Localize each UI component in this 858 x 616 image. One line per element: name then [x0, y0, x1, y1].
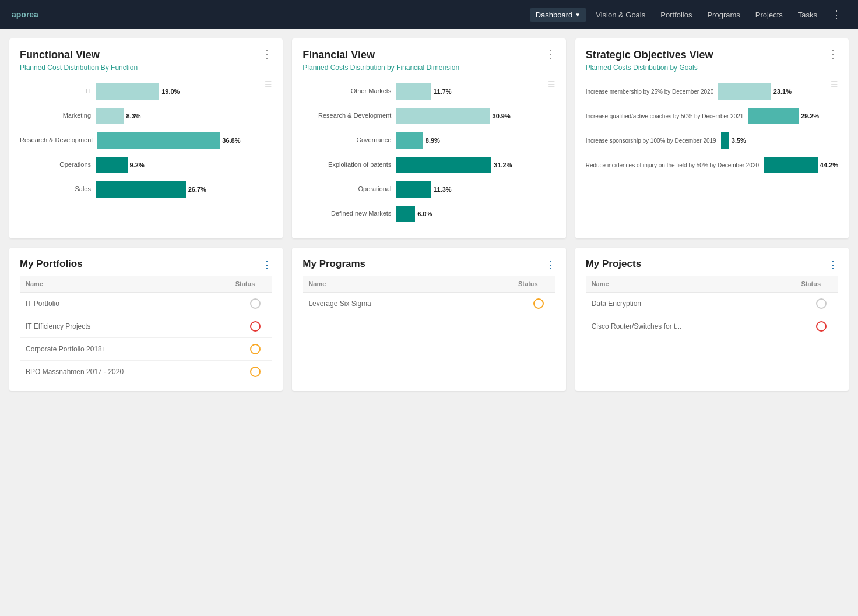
- status-icon-program-yellow: [533, 298, 544, 309]
- portfolio-status-1: [201, 315, 272, 338]
- my-programs-title: My Programs: [303, 258, 365, 270]
- bar-fill-operations: [96, 157, 128, 173]
- bar-fill-other-markets: [396, 83, 431, 100]
- portfolios-table: Name Status IT Portfolio IT Efficiency P…: [20, 276, 272, 383]
- bar-label-coaches: Increase qualified/active coaches by 50%…: [586, 112, 748, 120]
- app-logo: aporea: [12, 10, 38, 19]
- projects-col-status: Status: [764, 276, 838, 293]
- bar-track-other-markets: 11.7%: [396, 83, 555, 100]
- functional-view-menu[interactable]: ⋮: [262, 49, 272, 59]
- bar-row-sales: Sales 26.7%: [20, 181, 272, 198]
- strategic-view-chart: ☰ Increase membership by 25% by December…: [586, 80, 838, 173]
- my-portfolios-menu[interactable]: ⋮: [262, 258, 272, 271]
- bar-row-sponsorship: Increase sponsorship by 100% by December…: [586, 132, 838, 149]
- bar-track-governance: 8.9%: [396, 132, 555, 149]
- project-status-1: [764, 315, 838, 338]
- my-portfolios-card: My Portfolios ⋮ Name Status IT Portfolio…: [9, 248, 283, 391]
- bar-value-other-markets: 11.7%: [433, 88, 451, 95]
- my-projects-menu[interactable]: ⋮: [828, 258, 838, 271]
- bar-row-coaches: Increase qualified/active coaches by 50%…: [586, 108, 838, 124]
- bar-fill-coaches: [748, 108, 799, 124]
- dashboard-grid: Functional View ⋮ Planned Cost Distribut…: [0, 29, 858, 400]
- bar-row-it: IT 19.0%: [20, 83, 272, 100]
- bar-row-patents: Exploitation of patents 31.2%: [303, 157, 555, 173]
- bar-label-governance: Governance: [303, 136, 396, 144]
- my-projects-card: My Projects ⋮ Name Status Data Encryptio…: [575, 248, 849, 391]
- bar-row-rd: Research & Development 36.8%: [20, 132, 272, 149]
- my-programs-menu[interactable]: ⋮: [545, 258, 555, 271]
- functional-view-subtitle: Planned Cost Distribution By Function: [20, 64, 272, 72]
- portfolio-name-1: IT Efficiency Projects: [20, 315, 201, 338]
- bar-track-fin-rd: 30.9%: [396, 108, 555, 124]
- bar-track-sales: 26.7%: [96, 181, 272, 198]
- bar-label-other-markets: Other Markets: [303, 87, 396, 95]
- strategic-view-subtitle: Planned Costs Distribution by Goals: [586, 64, 838, 72]
- bar-label-membership: Increase membership by 25% by December 2…: [586, 88, 719, 96]
- portfolio-name-0: IT Portfolio: [20, 293, 201, 315]
- functional-view-chart: ☰ IT 19.0% Marketing 8.3% Research & Dev…: [20, 80, 272, 198]
- portfolio-name-2: Corporate Portfolio 2018+: [20, 338, 201, 361]
- functional-view-title: Functional View: [20, 49, 100, 61]
- status-icon-yellow-2: [250, 367, 261, 377]
- bar-label-rd: Research & Development: [20, 136, 97, 144]
- status-icon-project-empty: [816, 298, 827, 309]
- financial-view-menu[interactable]: ⋮: [545, 49, 555, 59]
- strategic-view-card: Strategic Objectives View ⋮ Planned Cost…: [575, 38, 849, 238]
- bar-track-coaches: 29.2%: [748, 108, 838, 124]
- nav-dashboard[interactable]: Dashboard ▼: [530, 8, 587, 22]
- bar-value-operational: 11.3%: [433, 186, 451, 193]
- bar-track-marketing: 8.3%: [96, 108, 272, 124]
- bar-track-new-markets: 6.0%: [396, 206, 555, 222]
- nav-projects[interactable]: Projects: [750, 8, 789, 22]
- my-programs-card: My Programs ⋮ Name Status Leverage Six S…: [292, 248, 565, 391]
- bar-track-patents: 31.2%: [396, 157, 555, 173]
- bar-track-operational: 11.3%: [396, 181, 555, 198]
- programs-col-name: Name: [303, 276, 463, 293]
- bar-fill-patents: [396, 157, 491, 173]
- nav-links: Dashboard ▼ Vision & Goals Portfolios Pr…: [530, 8, 846, 22]
- nav-vision-goals[interactable]: Vision & Goals: [590, 8, 651, 22]
- bar-label-fin-rd: Research & Development: [303, 112, 396, 119]
- financial-view-subtitle: Planned Costs Distribution by Financial …: [303, 64, 555, 72]
- project-name-0: Data Encryption: [586, 293, 764, 315]
- nav-programs[interactable]: Programs: [701, 8, 746, 22]
- bar-value-fin-rd: 30.9%: [493, 112, 511, 119]
- bar-row-membership: Increase membership by 25% by December 2…: [586, 83, 838, 100]
- my-programs-header: My Programs ⋮: [303, 258, 555, 271]
- bar-value-marketing: 8.3%: [126, 112, 141, 119]
- bar-label-new-markets: Defined new Markets: [303, 210, 396, 217]
- project-name-1: Cisco Router/Switches for t...: [586, 315, 764, 338]
- bar-fill-new-markets: [396, 206, 415, 222]
- bar-fill-membership: [718, 83, 771, 100]
- bar-label-operations: Operations: [20, 161, 96, 168]
- financial-view-header: Financial View ⋮: [303, 49, 555, 61]
- status-icon-empty: [250, 298, 261, 309]
- bar-label-sponsorship: Increase sponsorship by 100% by December…: [586, 137, 721, 145]
- table-row: IT Efficiency Projects: [20, 315, 272, 338]
- portfolio-status-3: [201, 361, 272, 383]
- bar-track-membership: 23.1%: [718, 83, 838, 100]
- nav-more-icon[interactable]: ⋮: [827, 8, 846, 21]
- bar-track-injury: 44.2%: [764, 157, 838, 173]
- projects-col-name: Name: [586, 276, 764, 293]
- table-row: Corporate Portfolio 2018+: [20, 338, 272, 361]
- table-row: Data Encryption: [586, 293, 838, 315]
- bar-row-new-markets: Defined new Markets 6.0%: [303, 206, 555, 222]
- portfolio-status-0: [201, 293, 272, 315]
- financial-view-chart: ☰ Other Markets 11.7% Research & Develop…: [303, 80, 555, 222]
- strategic-view-menu[interactable]: ⋮: [828, 49, 838, 59]
- bar-row-marketing: Marketing 8.3%: [20, 108, 272, 124]
- nav-portfolios[interactable]: Portfolios: [655, 8, 698, 22]
- bar-label-it: IT: [20, 87, 96, 95]
- bar-fill-governance: [396, 132, 423, 149]
- bar-fill-rd: [97, 132, 220, 149]
- program-name-0: Leverage Six Sigma: [303, 293, 463, 315]
- bar-track-sponsorship: 3.5%: [721, 132, 838, 149]
- bar-row-operations: Operations 9.2%: [20, 157, 272, 173]
- status-icon-red: [250, 321, 261, 332]
- bar-track-rd: 36.8%: [97, 132, 272, 149]
- nav-tasks[interactable]: Tasks: [792, 8, 823, 22]
- bar-value-coaches: 29.2%: [801, 112, 819, 119]
- bar-fill-sponsorship: [721, 132, 729, 149]
- bar-fill-injury: [764, 157, 818, 173]
